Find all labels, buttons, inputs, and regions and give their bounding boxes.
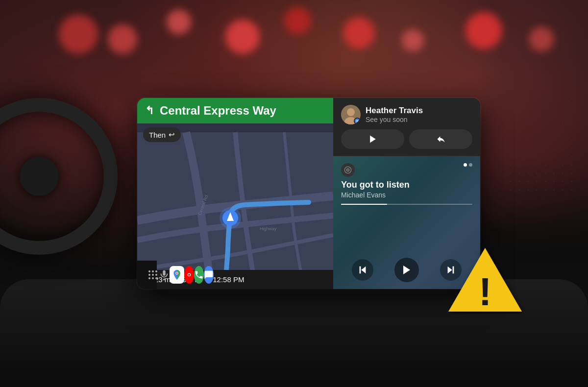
svg-rect-28 — [356, 121, 359, 121]
music-artist: Michael Evans — [341, 191, 472, 199]
svg-point-22 — [188, 274, 190, 276]
svg-rect-26 — [355, 119, 359, 123]
svg-point-11 — [155, 274, 157, 276]
play-pause-button[interactable] — [394, 258, 419, 282]
warning-triangle: ! — [446, 245, 524, 316]
apps-launcher-button[interactable] — [147, 266, 159, 284]
warning-triangle-svg: ! — [446, 245, 524, 314]
then-arrow-icon: ↩ — [169, 130, 175, 139]
microphone-button[interactable] — [159, 266, 170, 284]
previous-track-button[interactable] — [352, 259, 373, 281]
then-label: Then — [149, 131, 166, 139]
bokeh-light — [529, 27, 554, 51]
bokeh-light — [402, 29, 424, 51]
message-card: Heather Travis See you soon — [333, 98, 480, 156]
svg-point-13 — [152, 277, 154, 279]
svg-point-6 — [148, 270, 150, 272]
bokeh-light — [466, 12, 502, 49]
svg-marker-29 — [370, 136, 376, 143]
bokeh-light — [343, 17, 375, 49]
messages-button[interactable] — [204, 266, 214, 284]
svg-point-12 — [148, 277, 150, 279]
contact-avatar — [341, 105, 361, 124]
svg-text:!: ! — [479, 270, 492, 314]
svg-text:Highway: Highway — [260, 226, 277, 231]
bokeh-light — [108, 24, 137, 54]
app-dock — [137, 261, 157, 289]
google-maps-button[interactable] — [170, 266, 184, 284]
music-progress-bar[interactable] — [341, 204, 472, 205]
pagination-dot-1 — [464, 163, 467, 167]
svg-point-10 — [152, 274, 154, 276]
turn-arrow-icon: ↰ — [145, 104, 154, 117]
youtube-music-button[interactable] — [184, 266, 194, 284]
contact-name: Heather Travis — [366, 106, 472, 116]
bokeh-light — [284, 7, 311, 34]
message-badge — [354, 118, 361, 124]
svg-rect-27 — [356, 120, 359, 121]
pagination-dot-2 — [469, 163, 472, 167]
svg-point-8 — [155, 270, 157, 272]
reply-message-button[interactable] — [409, 129, 472, 149]
android-auto-screen: ↰ Central Express Way Then ↩ — [137, 98, 480, 289]
music-title: You got to listen — [341, 180, 472, 190]
bokeh-light — [167, 10, 191, 34]
svg-point-24 — [347, 108, 355, 116]
svg-marker-35 — [403, 266, 410, 274]
svg-rect-34 — [359, 266, 361, 274]
message-preview: See you soon — [366, 116, 472, 123]
play-message-button[interactable] — [341, 129, 404, 149]
bokeh-light — [59, 15, 98, 54]
svg-point-19 — [176, 272, 177, 274]
speaker-grille: // Generate dots const grille = document… — [510, 98, 578, 196]
nav-header: ↰ Central Express Way — [137, 98, 333, 123]
music-progress-fill — [341, 204, 387, 205]
svg-rect-15 — [163, 270, 166, 276]
svg-point-32 — [347, 169, 348, 170]
nav-then-indicator: Then ↩ — [143, 127, 181, 142]
svg-point-14 — [155, 277, 157, 279]
bokeh-light — [225, 20, 260, 54]
music-pagination — [464, 163, 472, 167]
svg-marker-33 — [361, 266, 366, 274]
svg-point-9 — [148, 274, 150, 276]
svg-point-7 — [152, 270, 154, 272]
phone-button[interactable] — [194, 266, 204, 284]
street-name: Central Express Way — [160, 104, 276, 118]
map-canvas: Highway Central Rd — [137, 127, 333, 289]
music-source-icon — [341, 163, 355, 177]
map-svg: Highway Central Rd — [137, 127, 333, 289]
map-section: ↰ Central Express Way Then ↩ — [137, 98, 333, 289]
